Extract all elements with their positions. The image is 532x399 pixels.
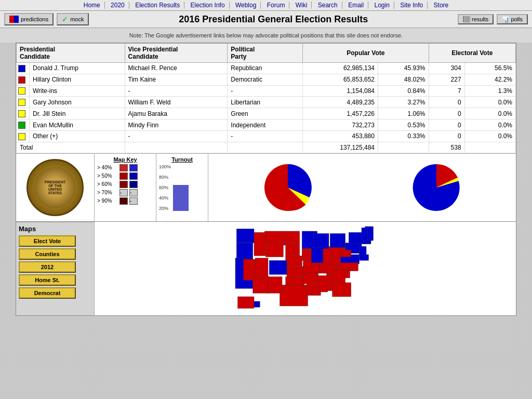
mk-dem-90: - (129, 197, 138, 205)
seal-inner: PRESIDENTOF THEUNITEDSTATES (34, 167, 76, 208)
map-key-row-60: > 60% (97, 181, 153, 188)
popular-votes: 453,880 (303, 130, 378, 142)
popular-pct: 45.93% (378, 63, 429, 74)
democrat-button[interactable]: Democrat (19, 287, 76, 299)
nav-site-info[interactable]: Site Info (396, 2, 428, 9)
maps-sidebar: Maps Elect Vote Counties 2012 Home St. D… (16, 222, 94, 315)
candidate-color-cell (17, 108, 30, 119)
popular-votes: 65,853,652 (303, 74, 378, 85)
popular-pct: 3.27% (378, 97, 429, 108)
polls-button[interactable]: 📊 polls (497, 14, 528, 24)
2012-button[interactable]: 2012 (19, 261, 76, 273)
turnout-bar-container (173, 164, 189, 211)
presidential-seal: PRESIDENTOF THEUNITEDSTATES (16, 154, 94, 221)
popular-pct: 1.06% (378, 108, 429, 119)
party-color-box (18, 87, 25, 95)
svg-rect-12 (254, 232, 266, 256)
us-electoral-map (139, 222, 472, 315)
electoral-pct: 0.0% (464, 97, 515, 108)
vp-name: William F. Weld (125, 97, 228, 108)
results-icon (463, 16, 470, 22)
nav-email[interactable]: Email (344, 2, 368, 9)
total-vp (125, 142, 228, 153)
total-label: Total (17, 142, 125, 153)
candidate-color-cell (17, 74, 30, 85)
map-key-row-90: > 90% - (97, 197, 153, 205)
vp-name: - (125, 85, 228, 97)
nav-wiki[interactable]: Wiki (291, 2, 312, 9)
candidate-name: Dr. Jill Stein (30, 108, 125, 119)
table-total-row: Total 137,125,484 538 (17, 142, 516, 153)
electoral-count: 0 (429, 97, 464, 108)
turnout-label-20: 20% (159, 206, 171, 211)
turnout-section: Turnout 100% 80% 60% 40% 20% (156, 154, 208, 221)
pie-electoral-slices (413, 164, 460, 211)
maps-title: Maps (19, 225, 91, 233)
nav-store[interactable]: Store (430, 2, 453, 9)
map-key-row-50: > 50% (97, 172, 153, 180)
nav-weblog[interactable]: Weblog (231, 2, 261, 9)
elect-vote-button[interactable]: Elect Vote (19, 235, 76, 247)
maps-row: Maps Elect Vote Counties 2012 Home St. D… (16, 221, 516, 315)
popular-votes: 62,985,134 (303, 63, 378, 74)
party-name: Democratic (228, 74, 303, 85)
svg-rect-5 (285, 256, 302, 266)
svg-rect-18 (265, 242, 283, 257)
mk-rep-70: - (119, 189, 128, 196)
svg-rect-47 (237, 297, 254, 309)
turnout-label-60: 60% (159, 185, 171, 190)
mock-button[interactable]: ✓ mock (57, 13, 89, 25)
seal-text: PRESIDENTOF THEUNITEDSTATES (45, 180, 65, 195)
electoral-pct: 42.2% (464, 74, 515, 85)
checkmark-icon: ✓ (62, 15, 68, 23)
nav-election-results[interactable]: Election Results (131, 2, 184, 9)
mk-rep-60 (119, 181, 128, 188)
mk-label-60: > 60% (97, 181, 118, 187)
map-key-row-40: > 40% (97, 164, 153, 171)
pie-charts-section (208, 154, 516, 221)
svg-rect-14 (255, 258, 268, 277)
turnout-y-labels: 100% 80% 60% 40% 20% (159, 164, 171, 211)
col-party: PoliticalParty (228, 44, 303, 63)
popular-votes: 4,489,235 (303, 97, 378, 108)
candidate-name: Hillary Clinton (30, 74, 125, 85)
svg-rect-38 (340, 250, 351, 257)
svg-rect-15 (252, 277, 269, 294)
mk-rep-90 (119, 197, 128, 205)
mk-dem-50 (129, 172, 138, 180)
counties-button[interactable]: Counties (19, 248, 76, 260)
popular-vote-pie (259, 159, 316, 216)
nav-election-info[interactable]: Election Info (187, 2, 230, 9)
nav-forum[interactable]: Forum (263, 2, 290, 9)
svg-rect-35 (359, 246, 366, 256)
party-name: Republican (228, 63, 303, 74)
nav-home[interactable]: Home (79, 2, 105, 9)
polls-icon: 📊 (502, 16, 509, 22)
home-st-button[interactable]: Home St. (19, 274, 76, 286)
results-table: PresidentialCandidate Vice PresidentialC… (16, 43, 516, 153)
results-button[interactable]: results (458, 14, 494, 24)
col-candidate: PresidentialCandidate (17, 44, 125, 63)
nav-search[interactable]: Search (314, 2, 342, 9)
mock-label: mock (70, 16, 84, 22)
vp-name: Tim Kaine (125, 74, 228, 85)
svg-rect-36 (359, 255, 368, 260)
candidate-color-cell (17, 130, 30, 142)
mk-dem-70: - (129, 189, 138, 196)
vp-name: Mindy Finn (125, 119, 228, 131)
predictions-button[interactable]: predictions (4, 13, 54, 25)
nav-login[interactable]: Login (370, 2, 394, 9)
popular-pct: 48.02% (378, 74, 429, 85)
svg-rect-32 (311, 247, 323, 262)
header-bar: predictions ✓ mock 2016 Presidential Gen… (0, 11, 532, 28)
mk-label-40: > 40% (97, 165, 118, 170)
party-name: - (228, 85, 303, 97)
party-color-box (18, 76, 25, 84)
mk-rep-40 (119, 164, 128, 171)
candidate-color-cell (17, 63, 30, 74)
electoral-pct: 1.3% (464, 85, 515, 97)
nav-2020[interactable]: 2020 (107, 2, 129, 9)
svg-rect-7 (285, 277, 304, 286)
table-row: Other (+) - - 453,880 0.33% 0 0.0% (17, 130, 516, 142)
page-title: 2016 Presidential General Election Resul… (89, 14, 457, 25)
